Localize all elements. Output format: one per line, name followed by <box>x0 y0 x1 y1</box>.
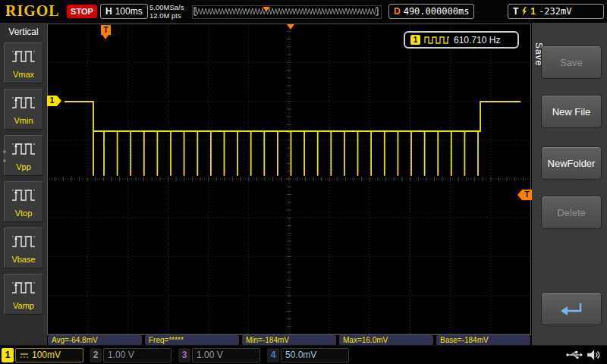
measure-button-vmin[interactable]: Vmin <box>4 89 43 130</box>
horizontal-timebase-box[interactable]: H 100ms <box>100 4 148 19</box>
channel3-scale: 1.00 V <box>197 348 223 362</box>
return-arrow-icon <box>556 300 587 320</box>
d-label: D <box>394 6 401 17</box>
channel3-status[interactable]: 3 1.00 V <box>178 348 260 362</box>
frequency-value: 610.710 Hz <box>454 35 500 46</box>
scope-display-area: 1 T T 1 610.710 Hz Avg=-64.8mV Freq=****… <box>47 23 532 345</box>
measurement-max: Max=16.0mV <box>339 335 433 345</box>
delete-button[interactable]: Delete <box>541 196 602 229</box>
measure-label: Vtop <box>5 208 42 218</box>
t-label: T <box>513 6 518 17</box>
delay-readout-box[interactable]: D 490.000000ms <box>388 4 474 19</box>
graticule-grid <box>47 24 531 335</box>
page-indicator-dot <box>3 159 6 162</box>
vamp-icon <box>11 278 36 297</box>
run-state-badge[interactable]: STOP <box>67 5 97 18</box>
channel1-waveform <box>47 24 531 335</box>
pulse-train-icon <box>424 35 450 45</box>
vmin-icon <box>11 93 36 112</box>
usb-plug-icon <box>565 349 583 361</box>
sample-rate: 5.00MSa/s <box>149 3 184 11</box>
page-indicator-dot <box>3 150 6 153</box>
measure-label: Vmax <box>5 69 42 80</box>
measure-button-vmax[interactable]: Vmax <box>4 42 43 83</box>
measurement-avg: Avg=-64.8mV <box>48 335 142 345</box>
channel-status-bar: 1 100mV 2 1.00 V 3 1.00 V 4 50.0mV <box>0 345 607 364</box>
freq-source-channel-badge: 1 <box>410 35 420 45</box>
channel1-status[interactable]: 1 100mV <box>2 348 83 362</box>
measure-button-vbase[interactable]: Vbase <box>4 228 43 268</box>
lightning-bolt-icon <box>521 7 527 16</box>
waveform-preview-strip[interactable] <box>192 5 382 19</box>
acquisition-info: 5.00MSa/s 12.0M pts <box>149 3 184 20</box>
measure-label: Vpp <box>5 162 42 172</box>
preview-waveform-icon <box>193 6 379 17</box>
vmax-icon <box>11 46 36 66</box>
trigger-level-marker[interactable]: T <box>522 190 532 200</box>
back-return-button[interactable] <box>541 292 602 325</box>
channel2-number: 2 <box>90 348 102 362</box>
save-menu-panel: Save Save New File NewFolder Delete <box>532 23 607 345</box>
channel3-number: 3 <box>178 348 190 362</box>
brand-logo: RIGOL <box>5 2 60 20</box>
vtop-icon <box>11 185 36 205</box>
vbase-icon <box>11 231 36 251</box>
vpp-icon <box>11 139 36 158</box>
trigger-source-channel: 1 <box>530 6 536 17</box>
dc-coupling-icon <box>20 352 29 359</box>
new-folder-button[interactable]: NewFolder <box>541 146 602 180</box>
new-file-button[interactable]: New File <box>541 95 602 128</box>
measure-sidebar: Vertical Vmax Vmin Vpp Vtop Vbase Vamp <box>0 23 48 345</box>
measurement-min: Min=-184mV <box>242 335 336 345</box>
save-button[interactable]: Save <box>541 46 602 79</box>
measure-label: Vbase <box>5 254 42 265</box>
h-label: H <box>105 6 112 17</box>
channel1-position-marker[interactable]: 1 <box>47 96 57 106</box>
trigger-readout-box[interactable]: T 1 -232mV <box>508 4 604 19</box>
trigger-position-marker[interactable] <box>287 24 294 30</box>
frequency-counter-readout: 1 610.710 Hz <box>404 31 519 49</box>
measure-button-vpp[interactable]: Vpp <box>4 135 43 176</box>
channel4-scale: 50.0mV <box>285 348 316 362</box>
measure-label: Vmin <box>5 115 42 126</box>
measurement-results-bar: Avg=-64.8mV Freq=***** Min=-184mV Max=16… <box>48 335 531 345</box>
channel2-scale: 1.00 V <box>108 348 134 362</box>
memory-depth: 12.0M pts <box>149 11 184 20</box>
speaker-icon[interactable] <box>587 349 600 361</box>
trigger-time-flag[interactable]: T <box>101 25 111 35</box>
timebase-value: 100ms <box>115 6 143 17</box>
channel2-status[interactable]: 2 1.00 V <box>90 348 171 362</box>
measure-button-vamp[interactable]: Vamp <box>4 274 43 315</box>
delay-value: 490.000000ms <box>404 6 470 17</box>
trigger-level-value: -232mV <box>539 6 571 17</box>
measurement-base: Base=-184mV <box>436 335 530 345</box>
channel1-scale: 100mV <box>32 348 61 362</box>
channel1-number: 1 <box>2 348 14 362</box>
oscilloscope-screen: RIGOL STOP H 100ms 5.00MSa/s 12.0M pts D… <box>0 0 607 364</box>
measure-label: Vamp <box>5 300 42 311</box>
sidebar-title: Vertical <box>0 23 47 37</box>
measure-button-vtop[interactable]: Vtop <box>4 181 43 222</box>
top-status-bar: RIGOL STOP H 100ms 5.00MSa/s 12.0M pts D… <box>0 0 607 24</box>
channel4-status[interactable]: 4 50.0mV <box>267 348 349 362</box>
measurement-freq: Freq=***** <box>145 335 239 345</box>
channel4-number: 4 <box>267 348 279 362</box>
